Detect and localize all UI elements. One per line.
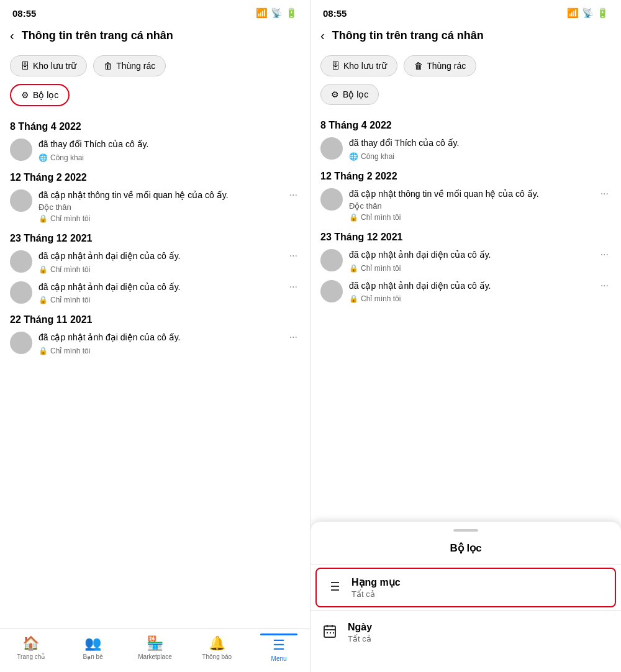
lock-icon: 🔒: [39, 265, 48, 274]
filter-icon: ⚙: [21, 90, 29, 100]
nav-thong-bao[interactable]: 🔔 Thông báo: [198, 635, 235, 660]
left-status-bar: 08:55 📶 📡 🔋: [0, 0, 310, 24]
left-activity-item-2: đã cập nhật ảnh đại diện của cô ấy. ··· …: [10, 250, 300, 274]
dots-menu[interactable]: ···: [287, 250, 300, 261]
activity-text: đã cập nhật ảnh đại diện của cô ấy.: [349, 280, 491, 293]
activity-text: đã cập nhật thông tin về mối quan hệ của…: [39, 189, 229, 202]
right-kho-button[interactable]: 🗄 Kho lưu trữ: [320, 55, 397, 76]
sheet-item-hang-muc[interactable]: Hạng mục Tất cả: [315, 568, 616, 607]
left-activity-item-4: đã cập nhật ảnh đại diện của cô ấy. ··· …: [10, 332, 300, 355]
activity-meta: 🔒 Chỉ mình tôi: [349, 213, 611, 222]
nav-menu[interactable]: ☰ Menu: [260, 633, 297, 662]
bottom-sheet: Bộ lọc Hạng mục Tất cả: [310, 522, 621, 672]
globe-icon: 🌐: [39, 153, 48, 162]
left-date-1: 12 Tháng 2 2022: [10, 172, 300, 183]
sheet-title: Bộ lọc: [310, 539, 621, 562]
left-date-2: 23 Tháng 12 2021: [10, 233, 300, 244]
right-boloc-button[interactable]: ⚙ Bộ lọc: [320, 84, 379, 105]
activity-text: đã thay đổi Thích của cô ấy.: [39, 138, 300, 151]
ngay-label: Ngày: [348, 622, 372, 633]
dots-menu[interactable]: ···: [287, 189, 300, 201]
activity-meta: 🔒 Chỉ mình tôi: [39, 347, 300, 355]
sheet-handle: [453, 529, 478, 532]
left-thung-button[interactable]: 🗑 Thùng rác: [93, 55, 166, 76]
filter-icon: ⚙: [331, 89, 339, 99]
right-date-1: 12 Tháng 2 2022: [320, 171, 611, 182]
archive-icon: 🗄: [331, 61, 340, 71]
nav-ban-be[interactable]: 👥 Bạn bè: [75, 635, 112, 660]
activity-text-wrap: đã cập nhật thông tin về mối quan hệ của…: [39, 189, 229, 212]
right-panel: 08:55 📶 📡 🔋 ‹ Thông tin trên trang cá nh…: [310, 0, 621, 672]
left-kho-button[interactable]: 🗄 Kho lưu trữ: [10, 55, 87, 76]
left-section-1: 12 Tháng 2 2022 đã cập nhật thông tin về…: [10, 172, 300, 224]
nav-trang-chu[interactable]: 🏠 Trang chủ: [12, 635, 50, 660]
right-content: 8 Tháng 4 2022 đã thay đổi Thích của cô …: [310, 110, 621, 522]
lock-icon: 🔒: [39, 347, 48, 355]
activity-text: đã cập nhật ảnh đại diện của cô ấy.: [39, 332, 181, 344]
avatar: [10, 250, 32, 273]
hang-muc-sub: Tất cả: [351, 589, 401, 599]
left-status-icons: 📶 📡 🔋: [256, 7, 297, 19]
left-bottom-nav: 🏠 Trang chủ 👥 Bạn bè 🏪 Marketplace 🔔 Thô…: [0, 628, 310, 672]
bell-icon: 🔔: [209, 635, 225, 652]
hang-muc-label: Hạng mục: [351, 576, 401, 588]
wifi-icon: 📡: [271, 7, 283, 19]
activity-row: đã cập nhật thông tin về mối quan hệ của…: [349, 188, 611, 211]
right-activity-item-0: đã thay đổi Thích của cô ấy. 🌐 Công khai: [320, 137, 611, 161]
activity-text: đã cập nhật ảnh đại diện của cô ấy.: [39, 250, 181, 263]
battery-icon: 🔋: [597, 7, 609, 19]
lock-icon: 🔒: [39, 296, 48, 304]
right-section-0: 8 Tháng 4 2022 đã thay đổi Thích của cô …: [320, 120, 611, 161]
avatar: [10, 189, 32, 212]
sheet-item-ngay[interactable]: Ngày Tất cả: [310, 613, 621, 652]
right-page-title: Thông tin trên trang cá nhân: [332, 29, 484, 42]
wifi-icon: 📡: [582, 7, 594, 19]
left-boloc-button[interactable]: ⚙ Bộ lọc: [10, 84, 70, 106]
archive-icon: 🗄: [20, 61, 29, 71]
marketplace-label: Marketplace: [138, 653, 171, 660]
activity-row: đã cập nhật ảnh đại diện của cô ấy. ···: [39, 281, 300, 294]
nav-marketplace[interactable]: 🏪 Marketplace: [136, 635, 173, 660]
activity-meta: 🔒 Chỉ mình tôi: [39, 214, 300, 223]
sheet-divider-2: [310, 610, 621, 611]
right-status-bar: 08:55 📶 📡 🔋: [310, 0, 621, 24]
activity-text: đã cập nhật ảnh đại diện của cô ấy.: [39, 281, 181, 294]
dots-menu[interactable]: ···: [287, 332, 300, 343]
right-back-button[interactable]: ‹: [320, 29, 325, 43]
activity-content: đã cập nhật ảnh đại diện của cô ấy. ··· …: [349, 249, 611, 273]
left-filter-bar-1: 🗄 Kho lưu trữ 🗑 Thùng rác: [0, 50, 310, 81]
dots-menu[interactable]: ···: [598, 280, 611, 291]
right-filter-bar-1: 🗄 Kho lưu trữ 🗑 Thùng rác: [310, 50, 621, 81]
activity-meta: 🌐 Công khai: [39, 153, 300, 162]
right-filter-bar-2: ⚙ Bộ lọc: [310, 81, 621, 110]
signal-icon: 📶: [567, 7, 579, 19]
friends-icon: 👥: [84, 635, 101, 652]
activity-meta: 🔒 Chỉ mình tôi: [39, 265, 300, 274]
dots-menu[interactable]: ···: [598, 188, 611, 199]
right-thung-button[interactable]: 🗑 Thùng rác: [404, 55, 476, 76]
right-section-1: 12 Tháng 2 2022 đã cập nhật thông tin về…: [320, 171, 611, 222]
left-header: ‹ Thông tin trên trang cá nhân: [0, 24, 310, 50]
activity-content: đã cập nhật ảnh đại diện của cô ấy. ··· …: [39, 281, 300, 305]
right-section-2: 23 Tháng 12 2021 đã cập nhật ảnh đại diệ…: [320, 232, 611, 303]
dots-menu[interactable]: ···: [598, 249, 611, 260]
activity-text: đã cập nhật thông tin về mối quan hệ của…: [349, 188, 539, 201]
marketplace-icon: 🏪: [147, 635, 163, 652]
signal-icon: 📶: [256, 7, 268, 19]
sheet-divider: [310, 565, 621, 565]
left-date-0: 8 Tháng 4 2022: [10, 121, 300, 132]
menu-icon: ☰: [273, 637, 285, 653]
right-status-icons: 📶 📡 🔋: [567, 7, 609, 19]
ngay-text: Ngày Tất cả: [348, 622, 372, 643]
lock-icon: 🔒: [349, 264, 358, 273]
activity-meta: 🔒 Chỉ mình tôi: [349, 294, 611, 303]
dots-menu[interactable]: ···: [287, 281, 300, 293]
activity-content: đã thay đổi Thích của cô ấy. 🌐 Công khai: [349, 137, 611, 161]
activity-text: đã cập nhật ảnh đại diện của cô ấy.: [349, 249, 491, 261]
home-icon: 🏠: [22, 635, 39, 652]
activity-meta: 🌐 Công khai: [349, 152, 611, 161]
activity-content: đã cập nhật thông tin về mối quan hệ của…: [349, 188, 611, 222]
left-back-button[interactable]: ‹: [10, 29, 14, 43]
activity-content: đã cập nhật thông tin về mối quan hệ của…: [39, 189, 300, 224]
avatar: [10, 138, 32, 161]
